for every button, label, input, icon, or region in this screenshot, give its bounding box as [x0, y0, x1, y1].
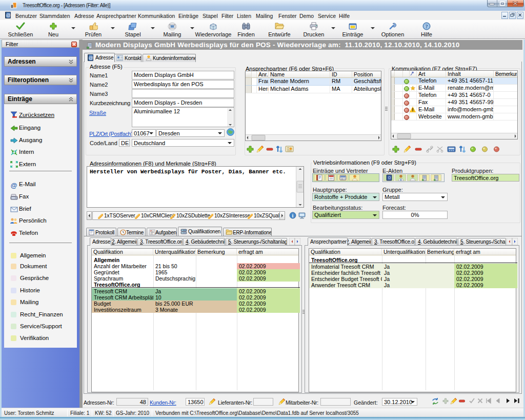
svg-text:i: i	[292, 213, 294, 218]
svg-text:@: @	[89, 55, 93, 61]
svg-text:@: @	[6, 13, 10, 18]
svg-text:?: ?	[426, 24, 428, 29]
